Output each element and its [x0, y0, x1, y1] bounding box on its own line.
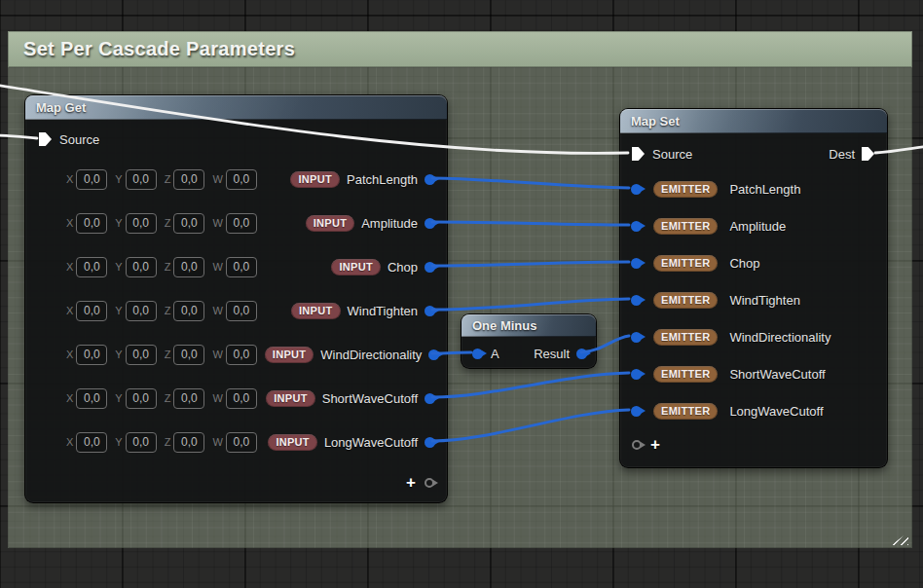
- output-pin-chop[interactable]: [425, 262, 435, 273]
- axis-letter-w: W: [212, 217, 222, 229]
- node-map-set[interactable]: Map Set Source Dest EMITTERPatchLengthEM…: [619, 108, 888, 468]
- input-pin-shortwavecutoff[interactable]: [631, 369, 642, 380]
- vector-fields: X0,0Y0,0Z0,0W0,0: [66, 213, 265, 234]
- axis-letter-w: W: [212, 261, 222, 273]
- map-set-param-row: EMITTERChop: [620, 250, 887, 276]
- axis-field-w[interactable]: 0,0: [226, 388, 257, 409]
- input-pin-amplitude[interactable]: [631, 221, 642, 232]
- axis-letter-z: Z: [165, 173, 171, 185]
- axis-field-y[interactable]: 0,0: [126, 169, 157, 190]
- comment-header[interactable]: Set Per Cascade Parameters: [8, 31, 912, 67]
- add-pin-icon[interactable]: [425, 478, 434, 488]
- axis-field-z[interactable]: 0,0: [173, 169, 204, 190]
- axis-field-y[interactable]: 0,0: [126, 301, 157, 321]
- axis-field-z[interactable]: 0,0: [173, 388, 204, 409]
- map-set-param-row: EMITTERLongWaveCutoff: [620, 398, 887, 423]
- axis-field-x[interactable]: 0,0: [76, 169, 107, 190]
- input-badge: INPUT: [306, 215, 355, 232]
- input-pin-a-label: A: [491, 347, 499, 361]
- dest-pin-label: Dest: [829, 147, 855, 162]
- axis-field-y[interactable]: 0,0: [126, 345, 157, 365]
- axis-field-w[interactable]: 0,0: [226, 301, 257, 321]
- axis-field-y[interactable]: 0,0: [126, 432, 157, 453]
- axis-field-z[interactable]: 0,0: [173, 301, 204, 321]
- add-pin-plus[interactable]: +: [650, 438, 660, 452]
- emitter-badge: EMITTER: [653, 218, 718, 235]
- pin-label: WindDirectionality: [320, 348, 422, 362]
- one-minus-body-row: A Result: [462, 341, 596, 366]
- comment-title: Set Per Cascade Parameters: [23, 38, 295, 60]
- map-get-param-row: X0,0Y0,0Z0,0W0,0INPUTLongWaveCutoff: [25, 429, 447, 455]
- output-pin-patchlength[interactable]: [425, 174, 435, 185]
- add-pin-plus[interactable]: +: [406, 476, 416, 490]
- node-map-get[interactable]: Map Get Source X0,0Y0,0Z0,0W0,0INPUTPatc…: [24, 94, 448, 503]
- add-pin-icon[interactable]: [632, 440, 642, 450]
- axis-letter-y: Y: [115, 436, 122, 448]
- node-map-get-header[interactable]: Map Get: [25, 95, 447, 120]
- axis-field-z[interactable]: 0,0: [173, 257, 204, 277]
- output-pin-longwavecutoff[interactable]: [425, 437, 435, 448]
- axis-letter-w: W: [212, 173, 222, 185]
- axis-field-w[interactable]: 0,0: [226, 432, 257, 453]
- input-pin-longwavecutoff[interactable]: [631, 406, 642, 417]
- source-pin[interactable]: [39, 132, 52, 146]
- node-one-minus-header[interactable]: One Minus: [462, 314, 596, 337]
- source-pin[interactable]: [632, 147, 645, 161]
- pin-label: LongWaveCutoff: [324, 435, 418, 450]
- emitter-badge: EMITTER: [653, 366, 718, 383]
- node-map-set-header[interactable]: Map Set: [620, 109, 887, 133]
- dest-pin[interactable]: [862, 147, 874, 161]
- axis-field-w[interactable]: 0,0: [226, 345, 257, 365]
- axis-field-w[interactable]: 0,0: [226, 213, 257, 234]
- axis-field-w[interactable]: 0,0: [226, 169, 257, 190]
- input-badge: INPUT: [331, 259, 381, 276]
- output-pin-amplitude[interactable]: [425, 218, 435, 229]
- axis-field-x[interactable]: 0,0: [76, 257, 107, 277]
- emitter-badge: EMITTER: [653, 255, 718, 272]
- output-pin-windtighten[interactable]: [425, 306, 435, 316]
- axis-letter-y: Y: [115, 392, 122, 404]
- axis-field-x[interactable]: 0,0: [76, 301, 107, 321]
- axis-letter-w: W: [212, 392, 222, 404]
- input-pin-winddirectionality[interactable]: [631, 332, 642, 343]
- axis-field-x[interactable]: 0,0: [76, 345, 107, 365]
- output-pin-winddirectionality[interactable]: [428, 349, 439, 360]
- node-title: Map Get: [25, 95, 447, 120]
- result-pin[interactable]: [576, 349, 587, 359]
- vector-fields: X0,0Y0,0Z0,0W0,0: [66, 169, 265, 190]
- source-pin-label: Source: [652, 147, 692, 162]
- axis-letter-w: W: [212, 349, 222, 360]
- axis-field-y[interactable]: 0,0: [126, 257, 157, 277]
- map-get-param-row: X0,0Y0,0Z0,0W0,0INPUTPatchLength: [25, 166, 447, 192]
- axis-field-y[interactable]: 0,0: [126, 388, 157, 409]
- output-pin-shortwavecutoff[interactable]: [425, 393, 435, 404]
- input-badge: INPUT: [268, 434, 317, 451]
- axis-field-x[interactable]: 0,0: [76, 432, 107, 453]
- pin-label: PatchLength: [347, 172, 418, 187]
- axis-field-z[interactable]: 0,0: [173, 345, 204, 365]
- axis-letter-x: X: [66, 305, 73, 316]
- axis-field-z[interactable]: 0,0: [173, 432, 204, 453]
- map-set-exec-row: Source Dest: [620, 141, 887, 166]
- axis-field-y[interactable]: 0,0: [126, 213, 157, 234]
- pin-label: ShortWaveCutoff: [322, 391, 418, 406]
- input-badge: INPUT: [290, 171, 340, 188]
- input-pin-windtighten[interactable]: [631, 295, 642, 306]
- axis-field-x[interactable]: 0,0: [76, 213, 107, 234]
- map-set-param-row: EMITTERPatchLength: [620, 176, 887, 202]
- node-one-minus[interactable]: One Minus A Result: [461, 313, 597, 369]
- input-pin-chop[interactable]: [631, 258, 642, 269]
- pin-label: Chop: [388, 260, 418, 275]
- vector-fields: X0,0Y0,0Z0,0W0,0: [66, 388, 265, 409]
- vector-fields: X0,0Y0,0Z0,0W0,0: [66, 345, 265, 365]
- axis-field-z[interactable]: 0,0: [173, 213, 204, 234]
- axis-field-w[interactable]: 0,0: [226, 257, 257, 277]
- axis-field-x[interactable]: 0,0: [76, 388, 107, 409]
- emitter-badge: EMITTER: [653, 292, 718, 309]
- input-pin-a[interactable]: [472, 349, 483, 359]
- pin-label: WindDirectionality: [729, 330, 831, 345]
- map-get-add-row: +: [25, 470, 447, 496]
- map-get-source-row: Source: [25, 127, 447, 152]
- axis-letter-z: Z: [165, 217, 171, 229]
- input-pin-patchlength[interactable]: [631, 184, 642, 195]
